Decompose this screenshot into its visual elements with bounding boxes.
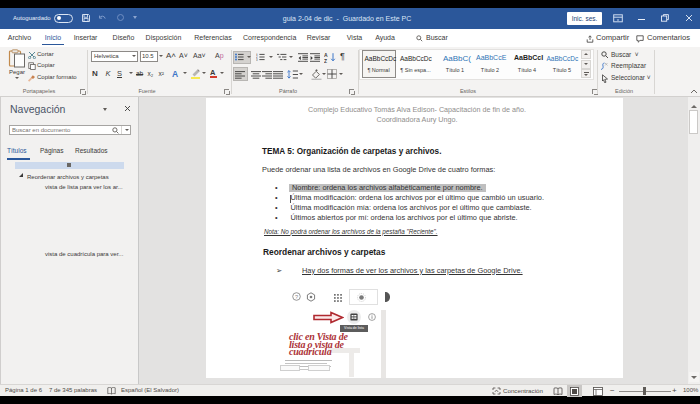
svg-text:3: 3 bbox=[256, 58, 258, 61]
svg-text:?: ? bbox=[295, 294, 298, 300]
svg-text:Z: Z bbox=[324, 57, 327, 62]
